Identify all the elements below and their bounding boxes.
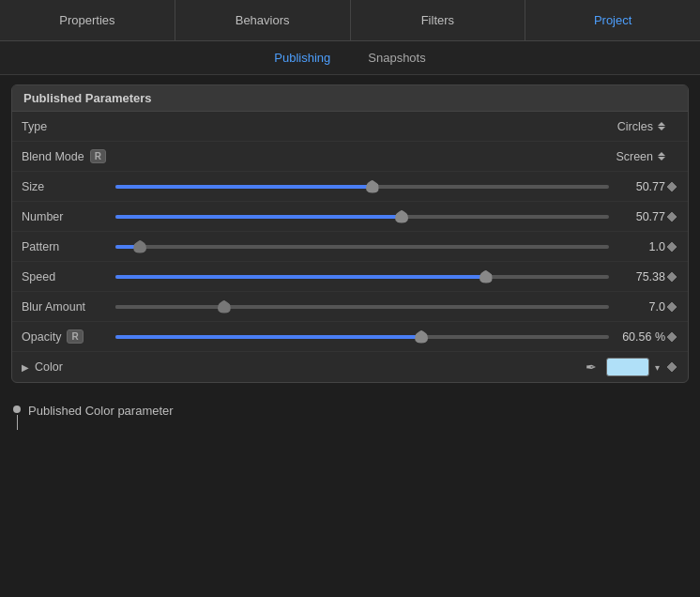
- blur-slider[interactable]: [115, 298, 609, 315]
- annotation: Published Color parameter: [0, 392, 700, 434]
- type-value: Circles: [617, 120, 653, 133]
- speed-slider-track: [115, 275, 609, 279]
- svg-marker-7: [667, 332, 677, 342]
- number-diamond[interactable]: [665, 210, 678, 223]
- annotation-dot: [13, 406, 21, 413]
- size-slider-thumb[interactable]: [366, 180, 379, 193]
- param-label-blur-amount: Blur Amount: [22, 300, 115, 314]
- param-row-size: Size 50.77: [12, 172, 688, 202]
- subtab-snapshots[interactable]: Snapshots: [364, 49, 429, 67]
- opacity-slider-fill: [115, 335, 421, 339]
- number-slider-fill: [115, 215, 402, 219]
- blur-slider-fill: [115, 305, 224, 309]
- annotation-connector: [13, 406, 21, 430]
- speed-diamond[interactable]: [665, 270, 678, 283]
- param-control-blur: [115, 298, 609, 315]
- svg-marker-2: [667, 182, 677, 191]
- number-slider-track: [115, 215, 609, 219]
- speed-slider-fill: [115, 275, 486, 279]
- blend-arrow-up-icon: [658, 152, 665, 156]
- tab-project[interactable]: Project: [525, 0, 700, 40]
- blur-slider-thumb[interactable]: [218, 300, 231, 314]
- blend-value: Screen: [616, 150, 653, 163]
- param-label-blend-mode: Blend Mode R: [22, 149, 115, 163]
- panel-header: Published Parameters: [12, 85, 688, 112]
- opacity-diamond[interactable]: [665, 330, 678, 344]
- param-control-number: [115, 208, 609, 225]
- opacity-slider-thumb[interactable]: [415, 330, 428, 344]
- blur-value: 7.0: [609, 300, 665, 314]
- size-diamond[interactable]: [665, 180, 678, 193]
- param-label-speed: Speed: [22, 270, 115, 283]
- size-slider[interactable]: [115, 178, 609, 195]
- pattern-slider-thumb[interactable]: [133, 240, 146, 253]
- blend-arrows: [658, 152, 665, 161]
- param-control-speed: [115, 268, 609, 285]
- tab-behaviors[interactable]: Behaviors: [175, 0, 351, 40]
- param-label-opacity: Opacity R: [22, 329, 115, 344]
- annotation-line: [17, 415, 18, 430]
- opacity-unit: %: [651, 330, 665, 344]
- param-row-pattern: Pattern 1.0: [12, 232, 688, 262]
- svg-marker-3: [667, 212, 677, 222]
- opacity-value: 60.56 %: [609, 330, 665, 344]
- r-badge-blend: R: [90, 149, 106, 163]
- tab-properties[interactable]: Properties: [0, 0, 175, 40]
- color-controls: ✒ ▾: [586, 358, 660, 376]
- sub-tab-bar: Publishing Snapshots: [0, 41, 700, 75]
- param-row-type: Type Circles: [12, 112, 688, 142]
- param-control-size: [115, 178, 609, 195]
- blur-slider-track: [115, 305, 609, 309]
- param-row-blend-mode: Blend Mode R Screen: [12, 142, 688, 172]
- param-control-pattern: [115, 238, 609, 255]
- pattern-value: 1.0: [609, 240, 665, 253]
- tab-filters[interactable]: Filters: [351, 0, 526, 40]
- color-diamond[interactable]: [665, 360, 678, 374]
- arrow-up-icon: [658, 122, 665, 126]
- svg-marker-6: [667, 302, 677, 312]
- size-value: 50.77: [609, 180, 665, 193]
- blend-mode-select[interactable]: Screen: [616, 150, 665, 163]
- param-row-number: Number 50.77: [12, 202, 688, 232]
- speed-value: 75.38: [609, 270, 665, 283]
- top-tab-bar: Properties Behaviors Filters Project: [0, 0, 700, 41]
- r-badge-opacity: R: [67, 329, 83, 344]
- color-triangle-icon[interactable]: ▶: [22, 362, 29, 373]
- param-row-speed: Speed 75.38: [12, 262, 688, 292]
- param-row-blur-amount: Blur Amount 7.0: [12, 292, 688, 322]
- blur-diamond[interactable]: [665, 300, 678, 314]
- number-value: 50.77: [609, 210, 665, 223]
- subtab-publishing[interactable]: Publishing: [270, 49, 334, 67]
- svg-marker-4: [667, 242, 677, 252]
- blend-arrow-down-icon: [658, 157, 665, 161]
- type-select[interactable]: Circles: [617, 120, 665, 133]
- eyedropper-icon[interactable]: ✒: [586, 360, 597, 375]
- color-chevron-icon[interactable]: ▾: [655, 362, 660, 373]
- published-parameters-panel: Published Parameters Type Circles Blend …: [11, 84, 689, 383]
- param-row-color: ▶ Color ✒ ▾: [12, 352, 688, 382]
- speed-slider-thumb[interactable]: [479, 270, 493, 283]
- param-control-opacity: [115, 329, 609, 345]
- svg-marker-5: [667, 272, 677, 282]
- param-label-size: Size: [22, 180, 115, 193]
- speed-slider[interactable]: [115, 268, 609, 285]
- number-slider[interactable]: [115, 208, 609, 225]
- pattern-slider-track: [115, 245, 609, 249]
- arrow-down-icon: [658, 127, 665, 130]
- number-slider-thumb[interactable]: [395, 210, 408, 223]
- pattern-diamond[interactable]: [665, 240, 678, 253]
- color-swatch[interactable]: [606, 358, 649, 376]
- size-slider-fill: [115, 185, 373, 189]
- param-label-color: ▶ Color: [22, 360, 115, 374]
- param-label-pattern: Pattern: [22, 240, 115, 253]
- pattern-slider[interactable]: [115, 238, 609, 255]
- annotation-text: Published Color parameter: [28, 404, 174, 418]
- param-label-number: Number: [22, 210, 115, 223]
- size-slider-track: [115, 185, 609, 189]
- param-row-opacity: Opacity R 60.56 %: [12, 322, 688, 352]
- param-label-type: Type: [22, 120, 115, 133]
- opacity-slider-track: [115, 335, 609, 339]
- type-arrows: [658, 122, 665, 130]
- svg-marker-8: [667, 362, 677, 372]
- opacity-slider[interactable]: [115, 329, 609, 345]
